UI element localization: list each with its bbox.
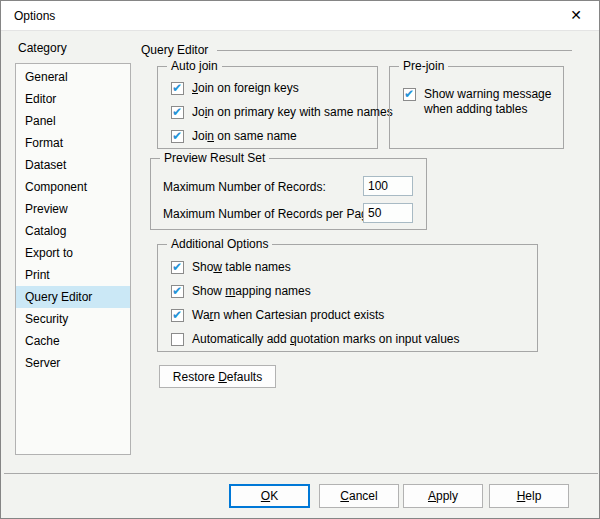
checkbox-box[interactable] [171, 309, 184, 322]
sidebar-item-format[interactable]: Format [16, 132, 130, 154]
help-button[interactable]: Help [489, 484, 569, 508]
sidebar-item-print[interactable]: Print [16, 264, 130, 286]
checkbox-label: Warn when Cartesian product exists [192, 308, 384, 323]
checkbox-box[interactable] [171, 285, 184, 298]
checkbox-box[interactable] [171, 130, 184, 143]
auto-join-title: Auto join [167, 59, 222, 74]
pre-join-title: Pre-join [399, 59, 448, 74]
checkbox-join-on-same-name[interactable]: Join on same name [171, 129, 297, 144]
sidebar-item-catalog[interactable]: Catalog [16, 220, 130, 242]
additional-options-group: Additional Options Show table names Show… [157, 244, 538, 352]
close-icon[interactable]: ✕ [559, 1, 593, 30]
sidebar-item-query-editor[interactable]: Query Editor [16, 286, 130, 308]
checkbox-auto-quotation-marks[interactable]: Automatically add quotation marks on inp… [171, 332, 460, 347]
dialog-title: Options [14, 1, 55, 31]
checkbox-label: Automatically add quotation marks on inp… [192, 332, 460, 347]
auto-join-group: Auto join Join on foreign keys Join on p… [157, 66, 378, 149]
sidebar-item-general[interactable]: General [16, 66, 130, 88]
apply-button[interactable]: Apply [403, 484, 483, 508]
sidebar-item-panel[interactable]: Panel [16, 110, 130, 132]
max-records-label: Maximum Number of Records: [163, 177, 326, 197]
footer-separator [4, 473, 598, 474]
sidebar-item-export-to[interactable]: Export to [16, 242, 130, 264]
checkbox-box[interactable] [171, 82, 184, 95]
sidebar-item-editor[interactable]: Editor [16, 88, 130, 110]
checkbox-label: Join on foreign keys [192, 81, 299, 96]
options-dialog: Options ✕ Category General Editor Panel … [0, 0, 600, 519]
pre-join-group: Pre-join Show warning message when addin… [389, 66, 564, 149]
sidebar-item-dataset[interactable]: Dataset [16, 154, 130, 176]
max-records-input[interactable] [363, 176, 413, 196]
checkbox-box[interactable] [403, 88, 416, 101]
sidebar-item-server[interactable]: Server [16, 352, 130, 374]
checkbox-box[interactable] [171, 333, 184, 346]
checkbox-join-on-foreign-keys[interactable]: Join on foreign keys [171, 81, 299, 96]
preview-result-set-title: Preview Result Set [160, 151, 269, 166]
checkbox-label: Show warning message when adding tables [424, 87, 564, 117]
page-title: Query Editor [141, 43, 208, 57]
additional-options-title: Additional Options [167, 237, 272, 252]
category-list: General Editor Panel Format Dataset Comp… [15, 63, 131, 455]
checkbox-warn-cartesian-product[interactable]: Warn when Cartesian product exists [171, 308, 384, 323]
title-bar: Options ✕ [1, 1, 599, 31]
checkbox-show-warning-message[interactable]: Show warning message when adding tables [403, 87, 564, 117]
sidebar-item-security[interactable]: Security [16, 308, 130, 330]
checkbox-label: Show table names [192, 260, 291, 275]
header-rule [217, 50, 572, 51]
checkbox-box[interactable] [171, 106, 184, 119]
checkbox-join-on-primary-key[interactable]: Join on primary key with same names [171, 105, 393, 120]
checkbox-label: Show mapping names [192, 284, 311, 299]
sidebar-item-cache[interactable]: Cache [16, 330, 130, 352]
checkbox-label: Join on same name [192, 129, 297, 144]
ok-button[interactable]: OK [229, 484, 310, 508]
max-records-per-page-label: Maximum Number of Records per Page: [163, 204, 378, 224]
checkbox-label: Join on primary key with same names [192, 105, 393, 120]
sidebar-item-preview[interactable]: Preview [16, 198, 130, 220]
cancel-button[interactable]: Cancel [319, 484, 399, 508]
page-header: Query Editor [141, 43, 572, 57]
checkbox-box[interactable] [171, 261, 184, 274]
max-records-per-page-input[interactable] [363, 203, 413, 223]
checkbox-show-table-names[interactable]: Show table names [171, 260, 291, 275]
preview-result-set-group: Preview Result Set Maximum Number of Rec… [150, 158, 427, 230]
category-label: Category [18, 41, 67, 55]
sidebar-item-component[interactable]: Component [16, 176, 130, 198]
restore-defaults-button[interactable]: Restore Defaults [159, 365, 276, 388]
checkbox-show-mapping-names[interactable]: Show mapping names [171, 284, 311, 299]
